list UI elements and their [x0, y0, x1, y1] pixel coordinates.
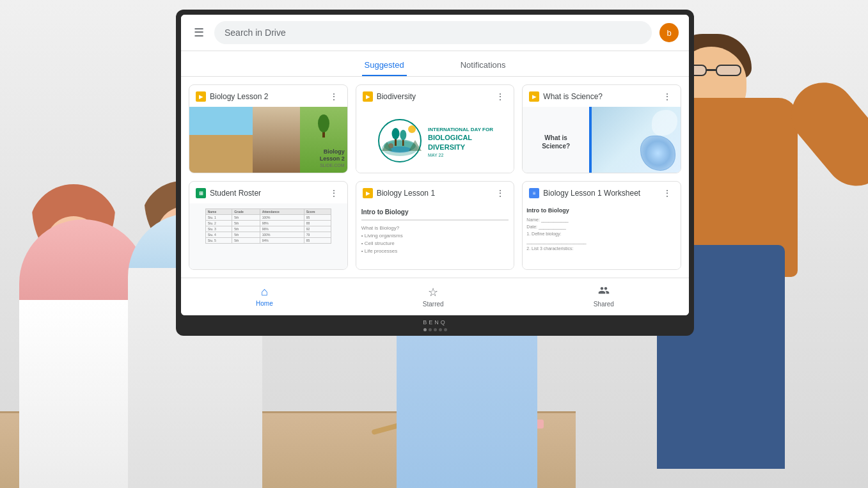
files-grid: ▶ Biology Lesson 2 ⋮: [181, 77, 689, 278]
sheets-icon: ⊞: [196, 188, 206, 198]
file-header: ≡ Biology Lesson 1 Worksheet ⋮: [523, 182, 681, 203]
more-options-button[interactable]: ⋮: [493, 187, 507, 200]
file-name: Biodiversity: [377, 92, 416, 101]
biodiversity-main-title: BIOLOGICALDIVERSITY: [428, 133, 493, 152]
biodiversity-subtitle: INTERNATIONAL DAY FOR: [428, 127, 493, 133]
file-thumbnail: INTERNATIONAL DAY FOR BIOLOGICALDIVERSIT…: [356, 107, 514, 173]
file-name: Student Roster: [210, 189, 261, 198]
tab-notifications[interactable]: Notifications: [458, 56, 509, 76]
more-options-button[interactable]: ⋮: [327, 187, 341, 200]
file-thumbnail: NameGradeAttendanceScore Stu. 15th100%95…: [189, 203, 347, 270]
biodiversity-date: MAY 22: [428, 153, 493, 157]
tv-dot-5: [444, 328, 447, 331]
drive-header: ☰ Search in Drive b: [181, 15, 689, 51]
tv-frame: ☰ Search in Drive b Suggested Notificati…: [176, 10, 694, 336]
starred-label: Starred: [423, 301, 444, 308]
file-card-biology-lesson-1[interactable]: ▶ Biology Lesson 1 ⋮ Intro to Biology Wh…: [356, 181, 515, 270]
tab-home[interactable]: ⌂ Home: [243, 283, 286, 310]
tv-dot-2: [429, 328, 432, 331]
drive-app: ☰ Search in Drive b Suggested Notificati…: [181, 15, 689, 315]
shared-label: Shared: [594, 301, 614, 308]
file-title-row: ≡ Biology Lesson 1 Worksheet: [529, 188, 640, 198]
file-thumbnail: Intro to Biology Name: ___________ Date:…: [523, 203, 681, 270]
file-name: Biology Lesson 2: [210, 92, 268, 101]
file-header: ▶ What is Science? ⋮: [523, 85, 681, 107]
slides-icon: ▶: [363, 188, 373, 198]
glasses-bridge: [707, 69, 716, 71]
file-header: ▶ Biology Lesson 2 ⋮: [189, 85, 347, 107]
file-title-row: ▶ What is Science?: [529, 91, 603, 102]
file-name: Biology Lesson 1 Worksheet: [543, 189, 640, 198]
thumb-science-left: What isScience?: [523, 107, 589, 173]
thumb-title: BiologyLesson 2: [320, 148, 345, 163]
biodiversity-content: INTERNATIONAL DAY FOR BIOLOGICALDIVERSIT…: [370, 118, 500, 166]
biodiversity-text: INTERNATIONAL DAY FOR BIOLOGICALDIVERSIT…: [428, 127, 493, 157]
more-options-button[interactable]: ⋮: [660, 187, 674, 200]
file-title-row: ⊞ Student Roster: [196, 188, 261, 198]
file-card-what-is-science[interactable]: ▶ What is Science? ⋮ What isScience?: [522, 84, 681, 173]
file-card-biology-worksheet[interactable]: ≡ Biology Lesson 1 Worksheet ⋮ Intro to …: [522, 181, 681, 270]
more-options-button[interactable]: ⋮: [660, 90, 674, 103]
tree-icon: [317, 112, 331, 138]
more-options-button[interactable]: ⋮: [493, 90, 507, 103]
search-bar[interactable]: Search in Drive: [214, 21, 652, 44]
worksheet-thumbnail: Intro to Biology Name: ___________ Date:…: [523, 203, 681, 270]
thumb-science-title: What isScience?: [542, 134, 570, 150]
file-thumbnail: Intro to Biology What is Biology? • Livi…: [356, 203, 514, 270]
tv-indicator-dots: [423, 328, 447, 331]
science-blob-2: [640, 136, 675, 171]
file-thumbnail: What isScience?: [523, 107, 681, 173]
tab-starred[interactable]: ☆ Starred: [410, 283, 457, 310]
file-thumbnail: BiologyLesson 2 SLIDE.COM: [189, 107, 347, 173]
tv-screen: ☰ Search in Drive b Suggested Notificati…: [181, 15, 689, 315]
svg-point-6: [392, 128, 400, 139]
bio1-divider: [361, 219, 509, 221]
home-icon: ⌂: [261, 285, 268, 299]
worksheet-title: Intro to Biology: [526, 207, 677, 214]
file-card-biology-lesson-2[interactable]: ▶ Biology Lesson 2 ⋮: [189, 84, 348, 173]
tab-shared[interactable]: Shared: [581, 282, 627, 310]
thumb-text: BiologyLesson 2 SLIDE.COM: [320, 148, 345, 168]
bio1-title: Intro to Biology: [361, 209, 509, 216]
biodiversity-svg: [377, 118, 423, 164]
slides-icon: ▶: [529, 91, 539, 102]
file-name: What is Science?: [543, 92, 603, 101]
file-title-row: ▶ Biology Lesson 1: [363, 188, 435, 198]
thumb-sky: [189, 107, 253, 173]
shared-icon: [598, 285, 610, 299]
file-header: ▶ Biodiversity ⋮: [356, 85, 514, 107]
roster-thumbnail: NameGradeAttendanceScore Stu. 15th100%95…: [189, 203, 347, 270]
tv-stand: BenQ: [181, 315, 689, 335]
svg-point-13: [408, 125, 416, 133]
starred-icon: ☆: [428, 285, 438, 299]
science-thumbnail: What isScience?: [523, 107, 681, 173]
docs-icon: ≡: [529, 188, 539, 198]
slides-icon: ▶: [363, 91, 373, 102]
svg-point-8: [400, 130, 406, 140]
tab-suggested[interactable]: Suggested: [362, 56, 407, 76]
more-options-button[interactable]: ⋮: [327, 90, 341, 103]
menu-icon[interactable]: ☰: [191, 23, 207, 42]
thumb-sand: [253, 107, 300, 173]
file-name: Biology Lesson 1: [377, 189, 435, 198]
tv-dot-4: [439, 328, 442, 331]
tv-brand: BenQ: [423, 319, 447, 326]
bottom-tabbar: ⌂ Home ☆ Starred Shared: [181, 278, 689, 315]
home-label: Home: [256, 300, 273, 307]
user-avatar-button[interactable]: b: [659, 23, 679, 42]
bio-circle-container: [377, 118, 423, 166]
svg-point-1: [318, 114, 329, 132]
file-header: ▶ Biology Lesson 1 ⋮: [356, 182, 514, 203]
biology-thumbnail: BiologyLesson 2 SLIDE.COM: [189, 107, 347, 173]
science-blob: [652, 110, 677, 136]
thumb-science-right: [589, 107, 681, 173]
file-card-biodiversity[interactable]: ▶ Biodiversity ⋮: [356, 84, 515, 173]
file-title-row: ▶ Biology Lesson 2: [196, 91, 268, 102]
roster-table: NameGradeAttendanceScore Stu. 15th100%95…: [205, 209, 331, 244]
file-card-student-roster[interactable]: ⊞ Student Roster ⋮ NameGradeAttendanceSc…: [189, 181, 348, 270]
tv-dot-3: [434, 328, 437, 331]
bio1-thumbnail: Intro to Biology What is Biology? • Livi…: [356, 203, 514, 270]
bio1-content: What is Biology? • Living organisms • Ce…: [361, 224, 509, 255]
biodiversity-thumbnail: INTERNATIONAL DAY FOR BIOLOGICALDIVERSIT…: [356, 107, 514, 173]
science-accent-bar: [589, 107, 592, 173]
